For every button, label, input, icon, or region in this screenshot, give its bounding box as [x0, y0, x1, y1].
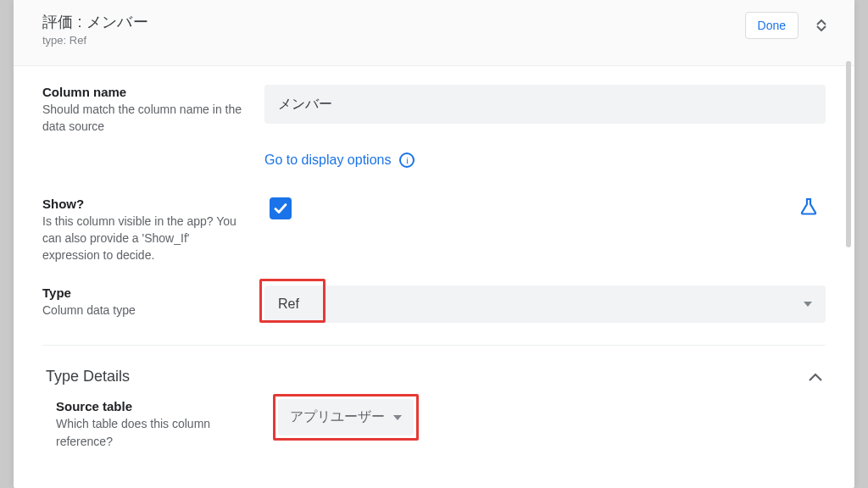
show-checkbox[interactable]: [270, 197, 292, 219]
chevron-down-icon: [393, 415, 402, 420]
chevron-down-icon: [804, 302, 812, 307]
type-label: Type: [42, 286, 248, 300]
source-table-value: アプリユーザー: [290, 408, 385, 426]
type-select[interactable]: Ref: [264, 286, 826, 323]
source-table-desc: Which table does this column reference?: [56, 415, 261, 450]
header-subtitle: type: Ref: [42, 34, 148, 47]
flask-icon[interactable]: [798, 197, 819, 220]
header-title: 評価 : メンバー: [42, 12, 148, 32]
divider: [42, 345, 826, 346]
scrollbar[interactable]: [846, 61, 851, 247]
dialog-header: 評価 : メンバー type: Ref Done: [14, 0, 854, 66]
column-name-label: Column name: [42, 85, 248, 99]
type-select-value: Ref: [278, 297, 299, 312]
column-name-desc: Should match the column name in the data…: [42, 101, 248, 136]
type-details-title: Type Details: [46, 368, 130, 385]
source-table-label: Source table: [56, 399, 261, 413]
column-settings-dialog: 評価 : メンバー type: Ref Done Column name Sho…: [14, 0, 854, 488]
source-table-select[interactable]: アプリユーザー: [278, 399, 414, 435]
column-name-input[interactable]: [264, 85, 826, 124]
display-options-link[interactable]: Go to display options: [264, 152, 391, 168]
collapse-type-details-button[interactable]: [809, 369, 822, 385]
done-button[interactable]: Done: [745, 12, 798, 39]
info-icon[interactable]: i: [399, 152, 415, 168]
type-desc: Column data type: [42, 302, 248, 319]
show-label: Show?: [42, 197, 248, 211]
dialog-body: Column name Should match the column name…: [14, 66, 854, 458]
expand-collapse-button[interactable]: [814, 15, 829, 36]
show-desc: Is this column visible in the app? You c…: [42, 213, 248, 264]
